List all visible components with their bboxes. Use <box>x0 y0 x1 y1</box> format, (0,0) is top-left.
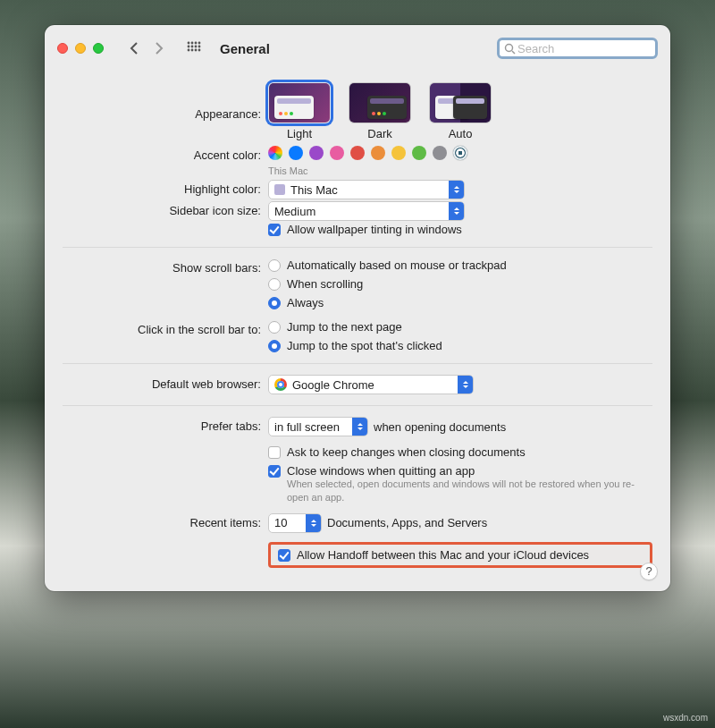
question-icon: ? <box>645 564 652 578</box>
svg-point-5 <box>191 46 194 48</box>
accent-label: Accent color: <box>63 146 268 162</box>
accent-swatch-1[interactable] <box>289 146 303 160</box>
accent-swatch-2[interactable] <box>309 146 324 160</box>
jump-spot-radio[interactable]: Jump to the spot that's clicked <box>268 339 652 352</box>
search-icon <box>504 43 516 55</box>
svg-line-13 <box>512 51 515 54</box>
accent-swatch-5[interactable] <box>371 146 385 160</box>
scroll-always-radio[interactable]: Always <box>268 296 652 309</box>
help-button[interactable]: ? <box>640 563 658 580</box>
svg-point-10 <box>195 49 198 52</box>
show-all-button[interactable] <box>184 38 204 58</box>
default-browser-label: Default web browser: <box>63 375 268 391</box>
scroll-when-radio[interactable]: When scrolling <box>268 277 652 291</box>
default-browser-popup[interactable]: Google Chrome <box>268 375 474 394</box>
handoff-highlight: Allow Handoff between this Mac and your … <box>268 542 652 568</box>
chevron-updown-icon <box>306 514 321 532</box>
accent-swatch-9[interactable] <box>453 146 467 160</box>
accent-swatch-3[interactable] <box>330 146 344 160</box>
nav-buttons <box>123 38 170 59</box>
recent-items-label: Recent items: <box>63 513 268 529</box>
chrome-icon <box>274 378 287 391</box>
scroll-bars-label: Show scroll bars: <box>63 258 268 275</box>
forward-button[interactable] <box>148 38 170 59</box>
watermark: wsxdn.com <box>663 713 708 723</box>
search-input[interactable] <box>516 41 669 56</box>
svg-point-0 <box>188 42 190 45</box>
search-field[interactable] <box>497 38 658 59</box>
accent-swatch-8[interactable] <box>433 146 447 160</box>
back-button[interactable] <box>123 38 145 59</box>
window-title: General <box>220 41 270 56</box>
svg-point-4 <box>188 46 190 48</box>
accent-swatch-6[interactable] <box>391 146 406 160</box>
sidebar-size-label: Sidebar icon size: <box>63 201 268 217</box>
preferences-window: General Appearance: Light <box>45 25 670 591</box>
chevron-updown-icon <box>449 202 464 220</box>
jump-next-radio[interactable]: Jump to the next page <box>268 320 652 334</box>
appearance-option-auto[interactable]: Auto <box>429 82 492 140</box>
svg-point-11 <box>198 49 201 52</box>
recent-items-popup[interactable]: 10 <box>268 513 322 533</box>
svg-point-9 <box>191 49 194 52</box>
chevron-updown-icon <box>458 376 473 394</box>
highlight-color-popup[interactable]: This Mac <box>268 180 465 199</box>
svg-point-7 <box>198 46 201 48</box>
toolbar: General <box>45 25 670 72</box>
appearance-option-dark[interactable]: Dark <box>349 82 411 140</box>
svg-point-3 <box>198 42 201 45</box>
recent-items-suffix: Documents, Apps, and Servers <box>327 516 487 529</box>
chevron-updown-icon <box>352 418 367 436</box>
chevron-updown-icon <box>449 181 464 199</box>
sidebar-size-popup[interactable]: Medium <box>268 201 465 221</box>
accent-swatches <box>268 146 652 160</box>
appearance-label: Appearance: <box>63 82 268 121</box>
scroll-auto-radio[interactable]: Automatically based on mouse or trackpad <box>268 258 652 272</box>
scroll-click-label: Click in the scroll bar to: <box>63 320 268 336</box>
highlight-label: Highlight color: <box>63 180 268 196</box>
appearance-option-light[interactable]: Light <box>268 82 331 140</box>
accent-hint: This Mac <box>268 165 652 176</box>
close-icon[interactable] <box>57 43 68 54</box>
accent-swatch-4[interactable] <box>350 146 365 160</box>
prefer-tabs-label: Prefer tabs: <box>63 417 268 433</box>
svg-point-2 <box>195 42 198 45</box>
svg-point-1 <box>191 42 194 45</box>
ask-keep-changes-checkbox[interactable]: Ask to keep changes when closing documen… <box>268 445 652 459</box>
minimize-icon[interactable] <box>75 43 86 54</box>
close-windows-checkbox[interactable]: Close windows when quitting an app When … <box>268 464 652 504</box>
window-controls <box>57 43 104 54</box>
accent-swatch-0[interactable] <box>268 146 282 160</box>
zoom-icon[interactable] <box>93 43 104 54</box>
svg-point-8 <box>188 49 190 52</box>
svg-point-12 <box>506 44 513 51</box>
highlight-swatch-icon <box>274 184 285 195</box>
accent-swatch-7[interactable] <box>412 146 426 160</box>
prefer-tabs-popup[interactable]: in full screen <box>268 417 368 436</box>
prefer-tabs-suffix: when opening documents <box>374 420 506 434</box>
wallpaper-tinting-checkbox[interactable]: Allow wallpaper tinting in windows <box>268 223 652 236</box>
close-windows-note: When selected, open documents and window… <box>287 478 652 504</box>
handoff-checkbox[interactable]: Allow Handoff between this Mac and your … <box>278 548 643 562</box>
svg-point-6 <box>195 46 198 48</box>
